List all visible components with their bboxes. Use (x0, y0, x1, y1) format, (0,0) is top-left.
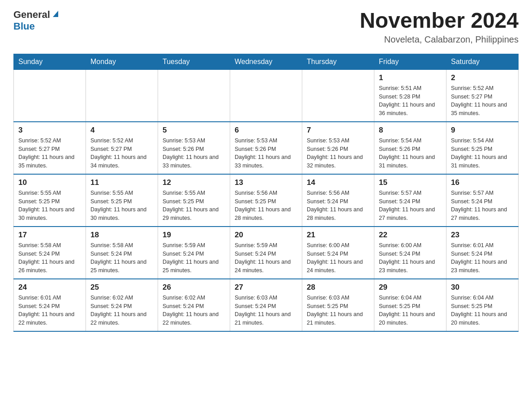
day-info: Sunrise: 5:52 AMSunset: 5:27 PMDaylight:… (90, 137, 153, 170)
calendar-cell: 24Sunrise: 6:01 AMSunset: 5:24 PMDayligh… (14, 279, 86, 331)
day-info: Sunrise: 5:55 AMSunset: 5:25 PMDaylight:… (90, 189, 153, 223)
calendar-week-row: 1Sunrise: 5:51 AMSunset: 5:28 PMDaylight… (14, 69, 519, 122)
calendar-cell: 13Sunrise: 5:56 AMSunset: 5:25 PMDayligh… (230, 174, 302, 227)
day-number: 9 (451, 126, 514, 135)
month-title: November 2024 (360, 9, 519, 33)
calendar-week-row: 24Sunrise: 6:01 AMSunset: 5:24 PMDayligh… (14, 279, 519, 331)
weekday-header-tuesday: Tuesday (158, 54, 230, 69)
day-number: 17 (18, 231, 81, 240)
calendar-cell: 20Sunrise: 5:59 AMSunset: 5:24 PMDayligh… (230, 227, 302, 279)
logo-blue-text: Blue (13, 21, 35, 32)
calendar-cell: 21Sunrise: 6:00 AMSunset: 5:24 PMDayligh… (302, 227, 374, 279)
calendar-cell: 8Sunrise: 5:54 AMSunset: 5:26 PMDaylight… (374, 122, 446, 174)
day-number: 27 (235, 283, 297, 292)
day-info: Sunrise: 5:53 AMSunset: 5:26 PMDaylight:… (235, 137, 297, 170)
day-info: Sunrise: 5:57 AMSunset: 5:24 PMDaylight:… (379, 189, 442, 223)
day-info: Sunrise: 5:57 AMSunset: 5:24 PMDaylight:… (451, 189, 514, 223)
day-info: Sunrise: 6:03 AMSunset: 5:24 PMDaylight:… (235, 294, 297, 327)
day-number: 19 (163, 231, 225, 240)
calendar-cell: 30Sunrise: 6:04 AMSunset: 5:25 PMDayligh… (446, 279, 519, 331)
calendar-week-row: 10Sunrise: 5:55 AMSunset: 5:25 PMDayligh… (14, 174, 519, 227)
calendar-cell: 18Sunrise: 5:58 AMSunset: 5:24 PMDayligh… (86, 227, 158, 279)
day-info: Sunrise: 5:51 AMSunset: 5:28 PMDaylight:… (379, 84, 442, 118)
day-info: Sunrise: 6:01 AMSunset: 5:24 PMDaylight:… (451, 241, 514, 275)
calendar-cell: 16Sunrise: 5:57 AMSunset: 5:24 PMDayligh… (446, 174, 519, 227)
day-info: Sunrise: 5:58 AMSunset: 5:24 PMDaylight:… (90, 241, 153, 275)
day-number: 7 (307, 126, 369, 135)
day-number: 24 (18, 283, 81, 292)
calendar-cell: 27Sunrise: 6:03 AMSunset: 5:24 PMDayligh… (230, 279, 302, 331)
day-number: 6 (235, 126, 297, 135)
day-number: 30 (451, 283, 514, 292)
day-number: 8 (379, 126, 442, 135)
calendar-cell: 22Sunrise: 6:00 AMSunset: 5:24 PMDayligh… (374, 227, 446, 279)
day-number: 18 (90, 231, 153, 240)
day-number: 28 (307, 283, 369, 292)
day-info: Sunrise: 5:54 AMSunset: 5:25 PMDaylight:… (451, 137, 514, 170)
calendar-cell: 7Sunrise: 5:53 AMSunset: 5:26 PMDaylight… (302, 122, 374, 174)
day-info: Sunrise: 6:04 AMSunset: 5:25 PMDaylight:… (451, 294, 514, 327)
calendar-cell: 10Sunrise: 5:55 AMSunset: 5:25 PMDayligh… (14, 174, 86, 227)
day-info: Sunrise: 5:52 AMSunset: 5:27 PMDaylight:… (451, 84, 514, 118)
day-info: Sunrise: 5:59 AMSunset: 5:24 PMDaylight:… (163, 241, 225, 275)
calendar-cell: 4Sunrise: 5:52 AMSunset: 5:27 PMDaylight… (86, 122, 158, 174)
weekday-header-saturday: Saturday (446, 54, 519, 69)
logo: General Blue (13, 9, 58, 32)
day-info: Sunrise: 5:58 AMSunset: 5:24 PMDaylight:… (18, 241, 81, 275)
calendar-cell: 17Sunrise: 5:58 AMSunset: 5:24 PMDayligh… (14, 227, 86, 279)
calendar-cell: 6Sunrise: 5:53 AMSunset: 5:26 PMDaylight… (230, 122, 302, 174)
day-info: Sunrise: 6:01 AMSunset: 5:24 PMDaylight:… (18, 294, 81, 327)
day-number: 16 (451, 178, 514, 187)
calendar-cell: 2Sunrise: 5:52 AMSunset: 5:27 PMDaylight… (446, 69, 519, 122)
calendar-cell: 12Sunrise: 5:55 AMSunset: 5:25 PMDayligh… (158, 174, 230, 227)
day-number: 10 (18, 178, 81, 187)
calendar-cell: 1Sunrise: 5:51 AMSunset: 5:28 PMDaylight… (374, 69, 446, 122)
weekday-header-wednesday: Wednesday (230, 54, 302, 69)
day-info: Sunrise: 6:03 AMSunset: 5:25 PMDaylight:… (307, 294, 369, 327)
day-number: 5 (163, 126, 225, 135)
day-info: Sunrise: 6:00 AMSunset: 5:24 PMDaylight:… (307, 241, 369, 275)
day-number: 15 (379, 178, 442, 187)
weekday-header-sunday: Sunday (14, 54, 86, 69)
day-number: 20 (235, 231, 297, 240)
weekday-header-friday: Friday (374, 54, 446, 69)
calendar-cell: 14Sunrise: 5:56 AMSunset: 5:24 PMDayligh… (302, 174, 374, 227)
calendar-cell: 3Sunrise: 5:52 AMSunset: 5:27 PMDaylight… (14, 122, 86, 174)
day-number: 2 (451, 73, 514, 82)
day-number: 11 (90, 178, 153, 187)
day-info: Sunrise: 5:59 AMSunset: 5:24 PMDaylight:… (235, 241, 297, 275)
day-number: 4 (90, 126, 153, 135)
day-info: Sunrise: 5:52 AMSunset: 5:27 PMDaylight:… (18, 137, 81, 170)
day-number: 29 (379, 283, 442, 292)
calendar-cell (302, 69, 374, 122)
logo-triangle-icon (53, 11, 58, 17)
day-number: 1 (379, 73, 442, 82)
day-number: 21 (307, 231, 369, 240)
logo-general-text: General (13, 9, 50, 21)
calendar-cell: 23Sunrise: 6:01 AMSunset: 5:24 PMDayligh… (446, 227, 519, 279)
calendar-table: SundayMondayTuesdayWednesdayThursdayFrid… (13, 54, 519, 332)
weekday-header-thursday: Thursday (302, 54, 374, 69)
day-info: Sunrise: 5:56 AMSunset: 5:25 PMDaylight:… (235, 189, 297, 223)
calendar-cell: 28Sunrise: 6:03 AMSunset: 5:25 PMDayligh… (302, 279, 374, 331)
day-info: Sunrise: 5:53 AMSunset: 5:26 PMDaylight:… (307, 137, 369, 170)
day-number: 13 (235, 178, 297, 187)
calendar-cell: 15Sunrise: 5:57 AMSunset: 5:24 PMDayligh… (374, 174, 446, 227)
calendar-cell: 9Sunrise: 5:54 AMSunset: 5:25 PMDaylight… (446, 122, 519, 174)
calendar-body: 1Sunrise: 5:51 AMSunset: 5:28 PMDaylight… (14, 69, 519, 331)
calendar-week-row: 3Sunrise: 5:52 AMSunset: 5:27 PMDaylight… (14, 122, 519, 174)
day-number: 3 (18, 126, 81, 135)
calendar-cell: 19Sunrise: 5:59 AMSunset: 5:24 PMDayligh… (158, 227, 230, 279)
day-info: Sunrise: 5:54 AMSunset: 5:26 PMDaylight:… (379, 137, 442, 170)
calendar-cell: 26Sunrise: 6:02 AMSunset: 5:24 PMDayligh… (158, 279, 230, 331)
location-title: Noveleta, Calabarzon, Philippines (360, 34, 519, 45)
day-info: Sunrise: 6:04 AMSunset: 5:25 PMDaylight:… (379, 294, 442, 327)
day-number: 22 (379, 231, 442, 240)
day-info: Sunrise: 5:55 AMSunset: 5:25 PMDaylight:… (18, 189, 81, 223)
day-info: Sunrise: 6:02 AMSunset: 5:24 PMDaylight:… (90, 294, 153, 327)
day-number: 23 (451, 231, 514, 240)
calendar-cell: 5Sunrise: 5:53 AMSunset: 5:26 PMDaylight… (158, 122, 230, 174)
weekday-header-monday: Monday (86, 54, 158, 69)
calendar-cell (14, 69, 86, 122)
day-info: Sunrise: 6:00 AMSunset: 5:24 PMDaylight:… (379, 241, 442, 275)
